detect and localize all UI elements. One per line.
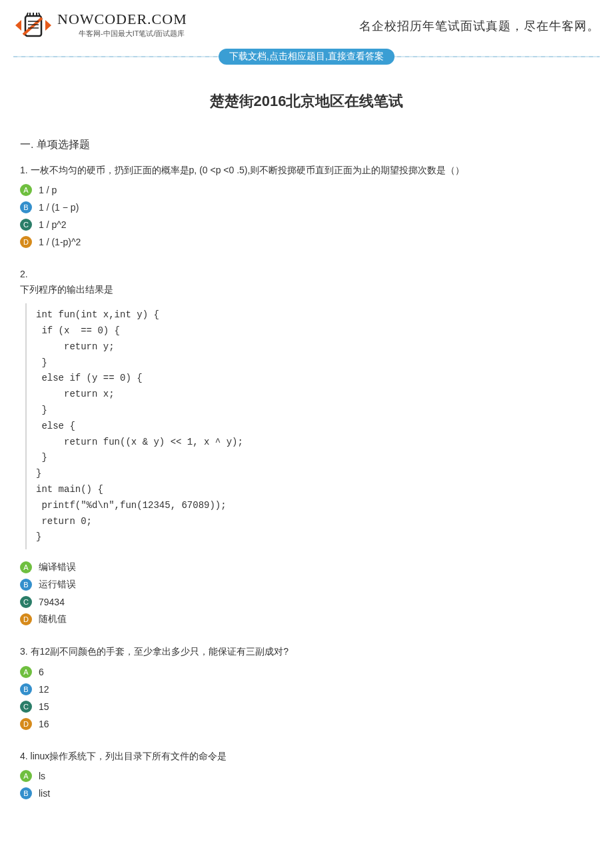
question-text: 4. linux操作系统下，列出目录下所有文件的命令是: [20, 749, 593, 763]
badge-b-icon: B: [20, 201, 32, 213]
badge-c-icon: C: [20, 219, 32, 231]
banner-badge: 下载文档,点击相应题目,直接查看答案: [219, 49, 394, 65]
badge-a-icon: A: [20, 770, 32, 782]
choice-label: 编译错误: [39, 561, 76, 573]
choice-label: 1 / (1-p)^2: [39, 237, 81, 247]
choice-label: 1 / p^2: [39, 219, 67, 230]
question-text: 2. 下列程序的输出结果是: [20, 267, 593, 297]
choice-b[interactable]: B运行错误: [20, 579, 593, 591]
choice-label: 16: [39, 719, 49, 729]
question-2: 2. 下列程序的输出结果是 int fun(int x,int y) { if …: [20, 267, 593, 625]
choice-label: 运行错误: [39, 579, 76, 591]
question-4: 4. linux操作系统下，列出目录下所有文件的命令是 Als Blist: [20, 749, 593, 799]
choice-label: 12: [39, 684, 49, 695]
code-block: int fun(int x,int y) { if (x == 0) { ret…: [25, 303, 593, 549]
badge-b-icon: B: [20, 683, 32, 695]
badge-c-icon: C: [20, 701, 32, 713]
page-header: NOWCODER.COM 牛客网-中国最大IT笔试/面试题库 名企校招历年笔试面…: [0, 0, 613, 46]
choice-c[interactable]: C15: [20, 701, 593, 713]
choice-b[interactable]: B1 / (1 − p): [20, 201, 593, 213]
choice-d[interactable]: D1 / (1-p)^2: [20, 236, 593, 248]
choice-d[interactable]: D16: [20, 718, 593, 730]
choice-label: 1 / (1 − p): [39, 202, 79, 213]
question-text: 1. 一枚不均匀的硬币，扔到正面的概率是p, (0 <p <0 .5),则不断投…: [20, 163, 593, 177]
question-1: 1. 一枚不均匀的硬币，扔到正面的概率是p, (0 <p <0 .5),则不断投…: [20, 163, 593, 248]
choice-label: 1 / p: [39, 185, 57, 195]
choice-label: 6: [39, 667, 44, 677]
badge-d-icon: D: [20, 613, 32, 625]
choice-label: 15: [39, 701, 49, 712]
content-area: 楚楚街2016北京地区在线笔试 一. 单项选择题 1. 一枚不均匀的硬币，扔到正…: [0, 65, 613, 831]
choice-c[interactable]: C1 / p^2: [20, 219, 593, 231]
choice-c[interactable]: C79434: [20, 596, 593, 608]
question-3: 3. 有12副不同颜色的手套，至少拿出多少只，能保证有三副成对? A6 B12 …: [20, 644, 593, 729]
choice-d[interactable]: D随机值: [20, 613, 593, 625]
choice-label: 79434: [39, 597, 65, 607]
choice-label: 随机值: [39, 613, 67, 625]
logo-name: NOWCODER.COM: [57, 11, 187, 28]
badge-d-icon: D: [20, 718, 32, 730]
badge-b-icon: B: [20, 579, 32, 591]
choice-a[interactable]: A6: [20, 666, 593, 678]
choice-a[interactable]: Als: [20, 770, 593, 782]
choice-a[interactable]: A编译错误: [20, 561, 593, 573]
logo-block: NOWCODER.COM 牛客网-中国最大IT笔试/面试题库: [13, 11, 187, 41]
badge-a-icon: A: [20, 666, 32, 678]
badge-b-icon: B: [20, 787, 32, 799]
section-heading: 一. 单项选择题: [20, 138, 593, 152]
badge-c-icon: C: [20, 596, 32, 608]
badge-d-icon: D: [20, 236, 32, 248]
badge-a-icon: A: [20, 561, 32, 573]
choice-b[interactable]: Blist: [20, 787, 593, 799]
choice-b[interactable]: B12: [20, 683, 593, 695]
nowcoder-logo-icon: [13, 11, 53, 41]
page-title: 楚楚街2016北京地区在线笔试: [20, 91, 593, 111]
badge-a-icon: A: [20, 184, 32, 196]
choice-label: list: [39, 788, 50, 799]
question-text: 3. 有12副不同颜色的手套，至少拿出多少只，能保证有三副成对?: [20, 644, 593, 659]
banner-row: 下载文档,点击相应题目,直接查看答案: [13, 49, 600, 65]
logo-subtitle: 牛客网-中国最大IT笔试/面试题库: [79, 29, 187, 39]
choice-a[interactable]: A1 / p: [20, 184, 593, 196]
choice-label: ls: [39, 771, 45, 781]
header-slogan: 名企校招历年笔试面试真题，尽在牛客网。: [359, 18, 600, 34]
